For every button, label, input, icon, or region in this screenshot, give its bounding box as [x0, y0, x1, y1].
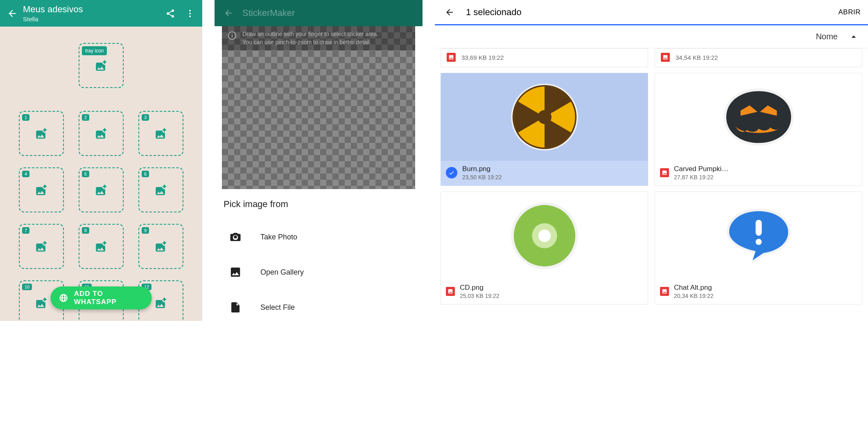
arrow-back-icon	[7, 8, 18, 19]
add-image-icon	[94, 183, 108, 197]
pick-option-label: Open Gallery	[260, 268, 304, 277]
open-button[interactable]: ABRIR	[839, 8, 861, 16]
sticker-slot[interactable]: 7	[19, 224, 64, 269]
back-button[interactable]	[221, 6, 236, 20]
sticker-slot[interactable]: 1	[19, 111, 64, 156]
appbar: StickerMaker	[215, 0, 423, 26]
share-button[interactable]	[162, 5, 179, 22]
slot-number: 1	[22, 114, 29, 121]
pick-sheet: Pick image from Take PhotoOpen GallerySe…	[215, 189, 423, 321]
image-icon	[660, 168, 669, 177]
file-meta: 34,54 KB 19:22	[676, 54, 718, 61]
more-vert-icon	[185, 9, 195, 18]
screen-file-picker: 1 selecionado ABRIR Nome 33,69 KB 19:223…	[435, 0, 868, 321]
hint-line-2: You can use pinch-to-zoom to draw in bet…	[242, 38, 378, 47]
file-thumbnail	[655, 73, 862, 161]
sticker-slot[interactable]: 3	[138, 111, 183, 156]
svg-point-10	[538, 110, 552, 124]
pick-option-camera[interactable]: Take Photo	[224, 219, 414, 255]
svg-point-17	[755, 239, 762, 245]
check-icon	[446, 167, 457, 178]
sort-label: Nome	[816, 32, 838, 41]
image-icon	[446, 287, 455, 296]
add-image-icon	[94, 126, 108, 140]
file-card-partial[interactable]: 34,54 KB 19:22	[655, 48, 862, 67]
add-image-icon	[94, 59, 108, 72]
svg-point-0	[189, 10, 191, 11]
appbar-title: StickerMaker	[242, 8, 295, 18]
file-thumbnail	[441, 192, 648, 280]
image-icon	[661, 53, 670, 62]
file-thumbnail	[441, 73, 648, 161]
screen-sticker-maker: StickerMaker Draw an outline with your f…	[215, 0, 423, 321]
add-image-icon	[94, 239, 108, 253]
drawing-canvas[interactable]: Draw an outline with your finger to sele…	[222, 26, 415, 189]
file-meta: 33,69 KB 19:22	[461, 54, 504, 61]
add-image-icon	[154, 239, 168, 253]
sticker-slot[interactable]: 2	[79, 111, 124, 156]
svg-point-2	[189, 16, 191, 17]
camera-icon	[229, 231, 242, 243]
add-image-icon	[34, 126, 48, 140]
appbar: 1 selecionado ABRIR	[435, 0, 868, 25]
file-meta: 23,50 KB 19:22	[462, 174, 643, 180]
file-name: CD.png	[460, 284, 643, 292]
appbar-subtitle: Stella	[23, 16, 162, 23]
hint-banner: Draw an outline with your finger to sele…	[222, 26, 415, 50]
add-image-icon	[154, 126, 168, 140]
arrow-back-icon	[445, 7, 454, 17]
chevron-up-icon	[848, 32, 859, 42]
info-icon	[228, 31, 237, 40]
add-image-icon	[34, 239, 48, 253]
share-icon	[165, 9, 175, 18]
sticker-slot[interactable]: 9	[138, 224, 183, 269]
sticker-slot[interactable]: 5	[79, 167, 124, 212]
add-to-whatsapp-button[interactable]: ADD TO WHATSAPP	[51, 286, 152, 309]
file-meta: 25,03 KB 19:22	[460, 293, 643, 299]
sticker-slot-area: tray icon 123456789101112	[0, 27, 202, 43]
back-button[interactable]	[4, 5, 20, 22]
slot-number: 10	[22, 284, 32, 290]
image-icon	[660, 287, 669, 296]
slot-number: 8	[82, 227, 89, 234]
svg-point-4	[232, 34, 233, 34]
tray-icon-slot[interactable]: tray icon	[79, 43, 124, 88]
slot-number: 3	[142, 114, 149, 121]
file-card[interactable]: Chat Alt.png20,34 KB 19:22	[655, 192, 862, 304]
pick-option-label: Take Photo	[260, 233, 297, 241]
back-button[interactable]	[442, 5, 457, 20]
slot-number: 7	[22, 227, 29, 234]
globe-icon	[59, 293, 68, 303]
svg-rect-5	[232, 35, 233, 38]
file-name: Carved Pumpki…	[674, 165, 857, 173]
image-icon	[447, 53, 456, 62]
file-card-partial[interactable]: 33,69 KB 19:22	[441, 48, 648, 67]
add-image-icon	[34, 296, 48, 310]
svg-point-1	[189, 13, 191, 14]
sort-row[interactable]: Nome	[435, 25, 868, 48]
appbar: Meus adesivos Stella	[0, 0, 202, 27]
slot-number: 4	[22, 171, 29, 177]
add-image-icon	[154, 183, 168, 197]
hint-line-1: Draw an outline with your finger to sele…	[242, 30, 378, 38]
add-image-icon	[34, 183, 48, 197]
arrow-back-icon	[224, 8, 233, 18]
sticker-slot[interactable]: 6	[138, 167, 183, 212]
screen-sticker-pack: Meus adesivos Stella tray icon 123456789…	[0, 0, 202, 321]
svg-rect-16	[755, 220, 762, 236]
appbar-title: Meus adesivos	[23, 4, 162, 15]
file-icon	[229, 301, 242, 313]
file-card[interactable]: Burn.png23,50 KB 19:22	[441, 73, 648, 186]
fab-label: ADD TO WHATSAPP	[74, 290, 140, 306]
file-meta: 27,87 KB 19:22	[674, 174, 857, 180]
file-card[interactable]: CD.png25,03 KB 19:22	[441, 192, 648, 304]
sticker-slot[interactable]: 8	[79, 224, 124, 269]
pick-option-image[interactable]: Open Gallery	[224, 255, 414, 290]
sticker-slot[interactable]: 4	[19, 167, 64, 212]
file-card[interactable]: Carved Pumpki…27,87 KB 19:22	[655, 73, 862, 186]
pick-title: Pick image from	[224, 199, 414, 210]
slot-number: 2	[82, 114, 89, 121]
overflow-button[interactable]	[182, 5, 198, 22]
file-name: Burn.png	[462, 165, 643, 173]
pick-option-file[interactable]: Select File	[224, 290, 414, 321]
